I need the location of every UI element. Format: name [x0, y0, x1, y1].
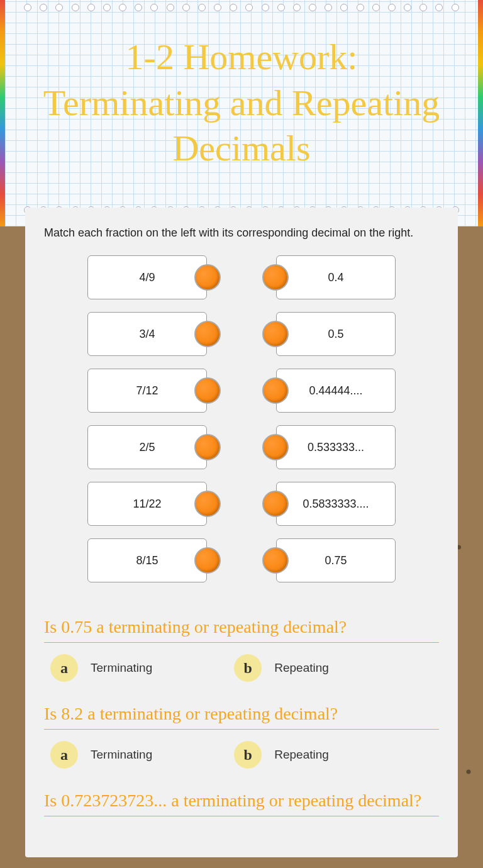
match-item-label: 8/15: [136, 554, 158, 567]
match-item-label: 0.5: [328, 328, 343, 341]
options-row: aTerminatingbRepeating: [44, 741, 439, 769]
option-label: Repeating: [274, 661, 329, 675]
connector-dot-icon[interactable]: [194, 547, 221, 574]
option-letter-badge: a: [50, 741, 78, 769]
match-item-left[interactable]: 7/12: [87, 369, 207, 413]
option-label: Repeating: [274, 748, 329, 762]
match-item-left[interactable]: 3/4: [87, 312, 207, 356]
match-item-right[interactable]: 0.44444....: [276, 369, 396, 413]
match-item-right[interactable]: 0.75: [276, 538, 396, 582]
match-item-label: 2/5: [139, 441, 155, 454]
match-col-right: 0.40.50.44444....0.533333...0.5833333...…: [276, 255, 396, 582]
option-letter-badge: b: [234, 654, 262, 682]
option-b[interactable]: bRepeating: [234, 654, 329, 682]
header-notebook-bg: 1-2 Homework: Terminating and Repeating …: [0, 0, 483, 226]
match-item-left[interactable]: 2/5: [87, 425, 207, 469]
connector-dot-icon[interactable]: [262, 491, 289, 517]
match-item-right[interactable]: 0.5: [276, 312, 396, 356]
match-item-label: 0.44444....: [309, 384, 362, 398]
option-label: Terminating: [91, 748, 152, 762]
option-a[interactable]: aTerminating: [50, 741, 152, 769]
connector-dot-icon[interactable]: [194, 491, 221, 517]
question-prompt: Is 8.2 a terminating or repeating decima…: [44, 704, 439, 730]
match-area: 4/93/47/122/511/228/15 0.40.50.44444....…: [44, 255, 439, 582]
option-label: Terminating: [91, 661, 152, 675]
match-item-right[interactable]: 0.5833333....: [276, 482, 396, 526]
connector-dot-icon[interactable]: [194, 434, 221, 460]
connector-dot-icon[interactable]: [194, 377, 221, 404]
match-item-right[interactable]: 0.4: [276, 255, 396, 299]
match-item-label: 0.533333...: [308, 441, 364, 454]
match-item-label: 0.5833333....: [303, 498, 369, 511]
match-item-label: 0.4: [328, 271, 343, 284]
connector-dot-icon[interactable]: [262, 321, 289, 347]
question-block: Is 0.723723723... a terminating or repea…: [44, 791, 439, 816]
option-letter-badge: b: [234, 741, 262, 769]
question-prompt: Is 0.75 a terminating or repeating decim…: [44, 617, 439, 643]
match-item-label: 11/22: [133, 498, 161, 511]
option-letter-badge: a: [50, 654, 78, 682]
option-b[interactable]: bRepeating: [234, 741, 329, 769]
connector-dot-icon[interactable]: [194, 264, 221, 291]
match-item-left[interactable]: 4/9: [87, 255, 207, 299]
match-item-right[interactable]: 0.533333...: [276, 425, 396, 469]
connector-dot-icon[interactable]: [262, 377, 289, 404]
question-block: Is 8.2 a terminating or repeating decima…: [44, 704, 439, 769]
option-a[interactable]: aTerminating: [50, 654, 152, 682]
match-item-left[interactable]: 11/22: [87, 482, 207, 526]
options-row: aTerminatingbRepeating: [44, 654, 439, 682]
match-col-left: 4/93/47/122/511/228/15: [87, 255, 207, 582]
page-title: 1-2 Homework: Terminating and Repeating …: [36, 35, 447, 172]
match-item-label: 0.75: [325, 554, 347, 567]
question-prompt: Is 0.723723723... a terminating or repea…: [44, 791, 439, 816]
match-instruction: Match each fraction on the left with its…: [44, 226, 439, 240]
match-item-label: 4/9: [139, 271, 155, 284]
match-item-left[interactable]: 8/15: [87, 538, 207, 582]
match-item-label: 7/12: [136, 384, 158, 398]
connector-dot-icon[interactable]: [262, 547, 289, 574]
connector-dot-icon[interactable]: [262, 264, 289, 291]
worksheet-card: Match each fraction on the left with its…: [25, 208, 458, 857]
connector-dot-icon[interactable]: [262, 434, 289, 460]
spiral-holes-top: [5, 4, 478, 11]
connector-dot-icon[interactable]: [194, 321, 221, 347]
match-item-label: 3/4: [139, 328, 155, 341]
question-block: Is 0.75 a terminating or repeating decim…: [44, 617, 439, 682]
